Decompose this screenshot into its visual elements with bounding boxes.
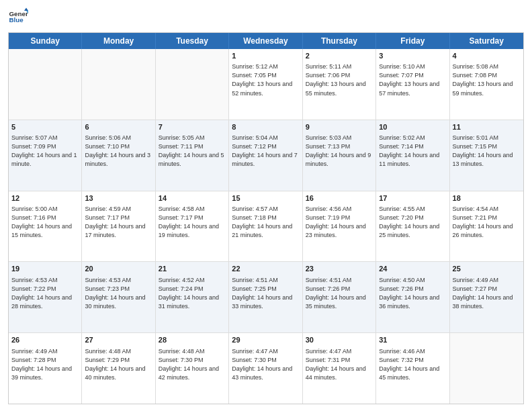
cell-detail: Sunrise: 4:53 AMSunset: 7:22 PMDaylight:…: [11, 276, 79, 311]
cell-detail: Sunrise: 5:02 AMSunset: 7:14 PMDaylight:…: [379, 134, 446, 169]
day-cell-23: 23Sunrise: 4:51 AMSunset: 7:26 PMDayligh…: [303, 262, 376, 332]
day-number: 31: [379, 335, 446, 345]
cell-detail: Sunrise: 4:49 AMSunset: 7:28 PMDaylight:…: [11, 347, 79, 382]
header-day-thursday: Thursday: [303, 33, 376, 49]
day-cell-3: 3Sunrise: 5:10 AMSunset: 7:07 PMDaylight…: [376, 49, 449, 120]
day-number: 4: [453, 51, 521, 61]
calendar: SundayMondayTuesdayWednesdayThursdayFrid…: [8, 32, 524, 404]
day-cell-28: 28Sunrise: 4:48 AMSunset: 7:30 PMDayligh…: [156, 333, 229, 404]
cell-detail: Sunrise: 5:10 AMSunset: 7:07 PMDaylight:…: [379, 62, 446, 97]
day-number: 3: [379, 51, 446, 61]
day-cell-18: 18Sunrise: 4:54 AMSunset: 7:21 PMDayligh…: [450, 191, 523, 262]
header-day-friday: Friday: [376, 33, 449, 49]
day-number: 15: [232, 193, 299, 203]
day-number: 14: [159, 193, 226, 203]
day-number: 8: [232, 122, 299, 132]
day-number: 11: [453, 122, 521, 132]
day-cell-12: 12Sunrise: 5:00 AMSunset: 7:16 PMDayligh…: [9, 191, 82, 262]
day-number: 17: [379, 193, 446, 203]
cell-detail: Sunrise: 4:49 AMSunset: 7:27 PMDaylight:…: [453, 276, 521, 311]
day-number: 29: [232, 335, 299, 345]
day-number: 5: [11, 122, 79, 132]
cell-detail: Sunrise: 4:47 AMSunset: 7:31 PMDaylight:…: [306, 347, 373, 382]
day-cell-2: 2Sunrise: 5:11 AMSunset: 7:06 PMDaylight…: [303, 49, 376, 120]
cell-detail: Sunrise: 4:46 AMSunset: 7:32 PMDaylight:…: [379, 347, 446, 382]
cell-detail: Sunrise: 4:57 AMSunset: 7:18 PMDaylight:…: [232, 205, 299, 240]
day-number: 2: [306, 51, 373, 61]
day-number: 9: [306, 122, 373, 132]
day-cell-30: 30Sunrise: 4:47 AMSunset: 7:31 PMDayligh…: [303, 333, 376, 404]
week-row-2: 5Sunrise: 5:07 AMSunset: 7:09 PMDaylight…: [9, 120, 523, 191]
cell-detail: Sunrise: 5:06 AMSunset: 7:10 PMDaylight:…: [85, 134, 152, 169]
cell-detail: Sunrise: 5:11 AMSunset: 7:06 PMDaylight:…: [306, 62, 373, 97]
day-number: 20: [85, 264, 152, 274]
day-number: 26: [11, 335, 79, 345]
day-cell-11: 11Sunrise: 5:01 AMSunset: 7:15 PMDayligh…: [450, 120, 523, 191]
day-cell-27: 27Sunrise: 4:48 AMSunset: 7:29 PMDayligh…: [82, 333, 155, 404]
day-cell-15: 15Sunrise: 4:57 AMSunset: 7:18 PMDayligh…: [229, 191, 302, 262]
calendar-body: 1Sunrise: 5:12 AMSunset: 7:05 PMDaylight…: [9, 49, 523, 404]
header-day-saturday: Saturday: [450, 33, 523, 49]
cell-detail: Sunrise: 4:58 AMSunset: 7:17 PMDaylight:…: [159, 205, 226, 240]
cell-detail: Sunrise: 4:55 AMSunset: 7:20 PMDaylight:…: [379, 205, 446, 240]
cell-detail: Sunrise: 4:50 AMSunset: 7:26 PMDaylight:…: [379, 276, 446, 311]
empty-cell: [450, 333, 523, 404]
empty-cell: [156, 49, 229, 120]
day-cell-21: 21Sunrise: 4:52 AMSunset: 7:24 PMDayligh…: [156, 262, 229, 332]
cell-detail: Sunrise: 4:51 AMSunset: 7:25 PMDaylight:…: [232, 276, 299, 311]
cell-detail: Sunrise: 4:47 AMSunset: 7:30 PMDaylight:…: [232, 347, 299, 382]
day-number: 16: [306, 193, 373, 203]
day-cell-16: 16Sunrise: 4:56 AMSunset: 7:19 PMDayligh…: [303, 191, 376, 262]
day-cell-10: 10Sunrise: 5:02 AMSunset: 7:14 PMDayligh…: [376, 120, 449, 191]
header-day-wednesday: Wednesday: [229, 33, 302, 49]
cell-detail: Sunrise: 5:08 AMSunset: 7:08 PMDaylight:…: [453, 62, 521, 97]
empty-cell: [9, 49, 82, 120]
day-cell-6: 6Sunrise: 5:06 AMSunset: 7:10 PMDaylight…: [82, 120, 155, 191]
day-number: 18: [453, 193, 521, 203]
day-cell-1: 1Sunrise: 5:12 AMSunset: 7:05 PMDaylight…: [229, 49, 302, 120]
cell-detail: Sunrise: 4:59 AMSunset: 7:17 PMDaylight:…: [85, 205, 152, 240]
day-number: 22: [232, 264, 299, 274]
day-number: 24: [379, 264, 446, 274]
cell-detail: Sunrise: 4:54 AMSunset: 7:21 PMDaylight:…: [453, 205, 521, 240]
cell-detail: Sunrise: 5:05 AMSunset: 7:11 PMDaylight:…: [159, 134, 226, 169]
cell-detail: Sunrise: 5:07 AMSunset: 7:09 PMDaylight:…: [11, 134, 79, 169]
day-number: 10: [379, 122, 446, 132]
day-cell-13: 13Sunrise: 4:59 AMSunset: 7:17 PMDayligh…: [82, 191, 155, 262]
svg-text:Blue: Blue: [9, 16, 24, 24]
header-day-monday: Monday: [82, 33, 155, 49]
day-cell-26: 26Sunrise: 4:49 AMSunset: 7:28 PMDayligh…: [9, 333, 82, 404]
week-row-1: 1Sunrise: 5:12 AMSunset: 7:05 PMDaylight…: [9, 49, 523, 120]
empty-cell: [82, 49, 155, 120]
day-number: 23: [306, 264, 373, 274]
day-cell-22: 22Sunrise: 4:51 AMSunset: 7:25 PMDayligh…: [229, 262, 302, 332]
header: General Blue: [8, 7, 524, 27]
header-day-tuesday: Tuesday: [156, 33, 229, 49]
day-number: 19: [11, 264, 79, 274]
cell-detail: Sunrise: 4:48 AMSunset: 7:29 PMDaylight:…: [85, 347, 152, 382]
day-number: 12: [11, 193, 79, 203]
day-cell-24: 24Sunrise: 4:50 AMSunset: 7:26 PMDayligh…: [376, 262, 449, 332]
week-row-3: 12Sunrise: 5:00 AMSunset: 7:16 PMDayligh…: [9, 191, 523, 263]
day-cell-5: 5Sunrise: 5:07 AMSunset: 7:09 PMDaylight…: [9, 120, 82, 191]
day-cell-14: 14Sunrise: 4:58 AMSunset: 7:17 PMDayligh…: [156, 191, 229, 262]
header-day-sunday: Sunday: [9, 33, 82, 49]
cell-detail: Sunrise: 5:12 AMSunset: 7:05 PMDaylight:…: [232, 62, 299, 97]
day-cell-9: 9Sunrise: 5:03 AMSunset: 7:13 PMDaylight…: [303, 120, 376, 191]
day-number: 7: [159, 122, 226, 132]
cell-detail: Sunrise: 5:00 AMSunset: 7:16 PMDaylight:…: [11, 205, 79, 240]
day-number: 1: [232, 51, 299, 61]
day-number: 27: [85, 335, 152, 345]
week-row-5: 26Sunrise: 4:49 AMSunset: 7:28 PMDayligh…: [9, 333, 523, 404]
day-number: 21: [159, 264, 226, 274]
logo: General Blue: [8, 7, 28, 27]
logo-icon: General Blue: [8, 7, 28, 27]
day-cell-20: 20Sunrise: 4:53 AMSunset: 7:23 PMDayligh…: [82, 262, 155, 332]
day-cell-29: 29Sunrise: 4:47 AMSunset: 7:30 PMDayligh…: [229, 333, 302, 404]
day-number: 13: [85, 193, 152, 203]
calendar-header-row: SundayMondayTuesdayWednesdayThursdayFrid…: [9, 33, 523, 49]
cell-detail: Sunrise: 4:56 AMSunset: 7:19 PMDaylight:…: [306, 205, 373, 240]
cell-detail: Sunrise: 4:53 AMSunset: 7:23 PMDaylight:…: [85, 276, 152, 311]
cell-detail: Sunrise: 5:01 AMSunset: 7:15 PMDaylight:…: [453, 134, 521, 169]
day-cell-4: 4Sunrise: 5:08 AMSunset: 7:08 PMDaylight…: [450, 49, 523, 120]
